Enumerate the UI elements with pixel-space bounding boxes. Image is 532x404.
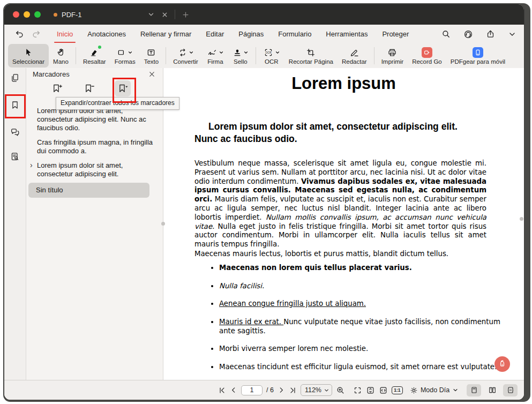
page-number-input[interactable]: [241, 385, 263, 395]
redact-label: Redactar: [342, 58, 367, 65]
zoom-level-select[interactable]: 112%: [301, 384, 332, 396]
bookmark-item-selected[interactable]: Sin título: [28, 183, 149, 198]
zoom-level-value: 112%: [305, 386, 321, 394]
signature-label: Firma: [207, 58, 223, 65]
record-go-button[interactable]: Record Go: [408, 44, 446, 68]
ocr-icon: OCR: [263, 47, 280, 58]
toolbar-divider: [76, 47, 76, 64]
fit-width-button[interactable]: [379, 386, 388, 395]
print-button[interactable]: Imprimir: [377, 44, 408, 68]
shapes-label: Formas: [115, 58, 136, 65]
text-button[interactable]: Texto: [140, 44, 163, 68]
unsaved-dot-icon: [54, 13, 57, 17]
new-tab-button[interactable]: [182, 11, 190, 19]
continuous-scroll-view-button[interactable]: [503, 384, 518, 396]
document-page: Lorem ipsum Lorem ipsum dolor sit amet, …: [163, 68, 524, 380]
ocr-button[interactable]: OCR OCR: [259, 44, 284, 68]
tab-herramientas[interactable]: Herramientas: [326, 30, 368, 38]
tab-anotaciones[interactable]: Anotaciones: [87, 30, 126, 38]
fit-height-button[interactable]: [366, 386, 375, 395]
highlighter-icon: [89, 47, 99, 58]
pdfgear-mobile-button[interactable]: PDFgear para móvil: [446, 44, 509, 68]
single-page-view-button[interactable]: [467, 384, 481, 396]
convert-label: Convertir: [173, 58, 198, 65]
share-icon[interactable]: [486, 29, 495, 39]
select-tool-button[interactable]: Seleccionar: [8, 44, 49, 68]
tab-close-icon[interactable]: [161, 11, 168, 18]
highlight-button[interactable]: Resaltar: [79, 44, 110, 68]
annotation-box-sidebar-bookmark: [5, 94, 26, 118]
first-page-button[interactable]: [218, 386, 226, 394]
content-area: Marcadores Expandir/contraer todos los m…: [4, 68, 524, 380]
print-label: Imprimir: [381, 58, 404, 65]
expand-chevron-icon[interactable]: ›: [30, 161, 33, 169]
tab-paginas[interactable]: Páginas: [238, 30, 264, 38]
bookmark-item-text: Lorem ipsum dolor sit amet, consectetur …: [37, 161, 123, 178]
zoom-in-icon[interactable]: [336, 386, 345, 395]
collapse-ribbon-chevron-icon[interactable]: [508, 30, 516, 39]
support-icon[interactable]: [463, 29, 473, 39]
fit-window-button[interactable]: [353, 386, 362, 395]
signature-button[interactable]: Firma: [203, 44, 228, 68]
cursor-icon: [24, 47, 33, 58]
zoom-window-button[interactable]: [34, 11, 41, 18]
previous-page-button[interactable]: [230, 386, 237, 394]
stamp-button[interactable]: Sello: [228, 44, 253, 68]
panel-close-icon[interactable]: [148, 71, 155, 78]
add-bookmark-button[interactable]: [49, 80, 65, 96]
ribbon-tabs: Inicio Anotaciones Rellenar y firmar Edi…: [57, 30, 409, 38]
right-resize-handle[interactable]: [520, 217, 523, 221]
select-tool-label: Seleccionar: [12, 58, 44, 65]
tab-rellenar-y-firmar[interactable]: Rellenar y firmar: [140, 30, 191, 38]
tab-separator: [175, 10, 175, 19]
text-box-icon: [146, 47, 156, 58]
bullet-item: Aenean congue fringilla justo ut aliquam…: [219, 299, 513, 308]
crop-page-button[interactable]: Recortar Página: [284, 44, 338, 68]
page-thumbnails-icon[interactable]: [10, 73, 20, 83]
status-bar: / 6 112% 1:1 Modo Día: [4, 380, 524, 400]
remove-bookmark-button[interactable]: [81, 80, 97, 96]
stamp-label: Sello: [234, 58, 248, 65]
undo-button[interactable]: [15, 29, 24, 39]
comments-icon[interactable]: [10, 127, 20, 137]
actual-size-button[interactable]: 1:1: [392, 386, 403, 394]
sun-icon: [410, 386, 418, 394]
ribbon-bar: Inicio Anotaciones Rellenar y firmar Edi…: [4, 25, 524, 44]
close-window-button[interactable]: [13, 11, 19, 18]
convert-button[interactable]: Convertir: [169, 44, 203, 68]
tab-editar[interactable]: Editar: [206, 30, 224, 38]
traffic-lights: [13, 11, 41, 18]
ai-assistant-button[interactable]: [494, 356, 510, 372]
tab-formulario[interactable]: Formulario: [278, 30, 311, 38]
panel-resize-handle[interactable]: [161, 222, 165, 226]
title-bar: PDF-1: [4, 4, 524, 25]
search-icon[interactable]: [441, 29, 451, 39]
last-page-button[interactable]: [289, 386, 297, 394]
bookmark-item[interactable]: Lorem ipsum dolor sit amet, consectetur …: [26, 107, 154, 132]
shapes-button[interactable]: Formas: [110, 44, 140, 68]
left-icon-rail: [4, 68, 26, 380]
minimize-window-button[interactable]: [24, 11, 30, 18]
tab-proteger[interactable]: Proteger: [382, 30, 409, 38]
redo-button[interactable]: [32, 29, 41, 39]
bookmark-item[interactable]: Cras fringilla ipsum magna, in fringilla…: [26, 138, 154, 155]
document-search-icon[interactable]: [10, 152, 20, 162]
doc-paragraph-2: Maecenas mauris lectus, lobortis et puru…: [194, 250, 486, 259]
bookmarks-list: Lorem ipsum dolor sit amet, consectetur …: [26, 107, 159, 204]
doc-bullet-list: Maecenas non lorem quis tellus placerat …: [194, 263, 513, 380]
convert-icon: [178, 47, 194, 58]
hand-tool-button[interactable]: Mano: [49, 44, 73, 68]
bookmark-item[interactable]: › Lorem ipsum dolor sit amet, consectetu…: [26, 161, 154, 178]
text-label: Texto: [144, 58, 159, 65]
two-page-view-button[interactable]: [485, 384, 499, 396]
redact-button[interactable]: Redactar: [338, 44, 371, 68]
tab-inicio[interactable]: Inicio: [57, 30, 73, 38]
redact-pen-icon: [349, 47, 359, 58]
bookmarks-panel: Marcadores Expandir/contraer todos los m…: [26, 68, 163, 380]
toolbar: Seleccionar Mano Resaltar Formas: [4, 43, 524, 69]
document-tab[interactable]: PDF-1: [54, 4, 168, 25]
day-mode-dropdown[interactable]: Modo Día: [410, 386, 459, 394]
next-page-button[interactable]: [278, 386, 285, 394]
hand-tool-label: Mano: [53, 58, 69, 65]
tab-chevron-down-icon[interactable]: [147, 11, 155, 18]
